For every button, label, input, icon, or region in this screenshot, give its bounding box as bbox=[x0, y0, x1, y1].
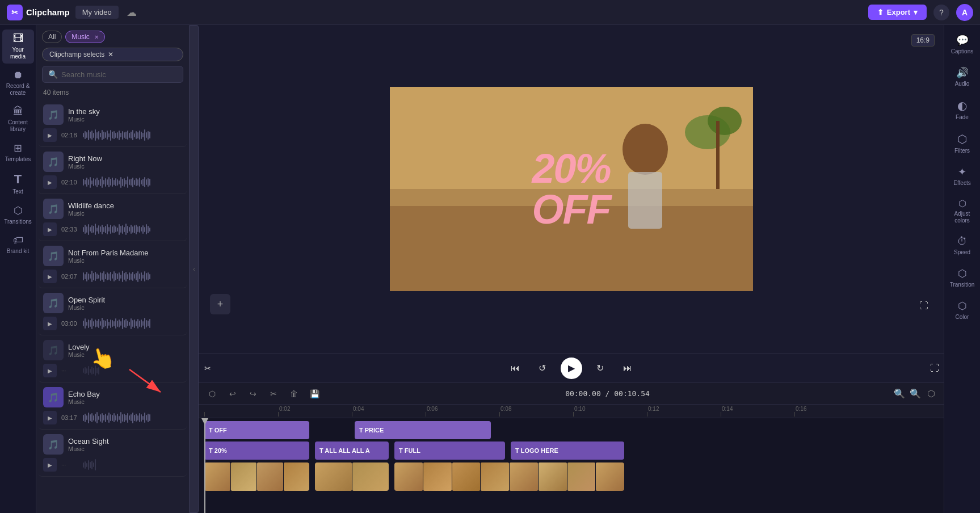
aspect-ratio-badge[interactable]: 16:9 bbox=[911, 34, 935, 47]
fit-timeline-button[interactable]: ⬡ bbox=[924, 387, 938, 401]
video-clip-1[interactable] bbox=[204, 462, 309, 491]
play-pause-button[interactable]: ▶ bbox=[561, 358, 582, 379]
filter-music[interactable]: Music ✕ bbox=[65, 31, 105, 43]
sidebar-item-templates[interactable]: ⊞ Templates bbox=[2, 138, 34, 166]
list-item[interactable]: 🎵 In the sky Music ▶ 02:18 bbox=[39, 100, 187, 147]
select-tool[interactable]: ⬡ bbox=[204, 386, 220, 402]
clip-20pct[interactable]: T 20% bbox=[204, 441, 309, 460]
video-track-row bbox=[204, 461, 944, 492]
video-preview: 20% OFF bbox=[390, 87, 753, 291]
list-item[interactable]: 🎵 Echo Bay Music ▶ 03:17 bbox=[39, 382, 187, 430]
list-item[interactable]: 🎵 Wildlife dance Music ▶ 02:33 bbox=[39, 194, 187, 241]
clipchamp-selects-filter[interactable]: Clipchamp selects ✕ bbox=[42, 48, 183, 61]
ruler-label-012: 0:12 bbox=[647, 406, 659, 412]
topbar-right: ⬆ Export ▾ ? A bbox=[868, 4, 973, 21]
right-item-adjust-colors[interactable]: ⬡ Adjustcolors bbox=[947, 194, 978, 229]
ruler-label-016: 0:16 bbox=[794, 406, 806, 412]
right-label-speed: Speed bbox=[954, 249, 970, 256]
waveform bbox=[83, 364, 182, 377]
skip-forward-button[interactable]: ⏭ bbox=[619, 359, 637, 377]
replay-5-button[interactable]: ↺ bbox=[533, 359, 552, 377]
delete-tool[interactable]: 🗑 bbox=[286, 386, 302, 402]
clip-off[interactable]: T OFF bbox=[204, 421, 309, 439]
zoom-in-button[interactable]: 🔍 bbox=[909, 387, 922, 401]
list-item[interactable]: 🎵 Ocean Sight Music ▶ ··· bbox=[39, 430, 187, 477]
list-item[interactable]: 🎵 Right Now Music ▶ 02:10 bbox=[39, 147, 187, 194]
right-item-color[interactable]: ⬡ Color bbox=[947, 295, 978, 325]
play-button[interactable]: ▶ bbox=[43, 364, 57, 377]
add-media-button[interactable]: + bbox=[210, 294, 230, 314]
music-title: Lovely bbox=[68, 343, 182, 351]
export-chevron: ▾ bbox=[914, 8, 918, 16]
list-item[interactable]: 🎵 Open Spirit Music ▶ 03:00 bbox=[39, 288, 187, 335]
play-button[interactable]: ▶ bbox=[43, 175, 57, 189]
clip-full[interactable]: T FULL bbox=[394, 441, 505, 460]
forward-5-button[interactable]: ↻ bbox=[591, 359, 609, 377]
play-button[interactable]: ▶ bbox=[43, 128, 57, 142]
avatar[interactable]: A bbox=[956, 4, 973, 21]
right-item-fade[interactable]: ◐ Fade bbox=[947, 94, 978, 125]
clip-all[interactable]: T ALL ALL ALL A bbox=[315, 441, 389, 460]
clip-label-full: T FULL bbox=[399, 447, 420, 454]
undo-button[interactable]: ↩ bbox=[225, 386, 241, 402]
right-item-audio[interactable]: 🔊 Audio bbox=[947, 62, 978, 92]
fullscreen-button[interactable]: ⛶ bbox=[915, 297, 932, 314]
list-item[interactable]: 🎵 Lovely Music ▶ ··· 👆 bbox=[39, 335, 187, 382]
playhead[interactable] bbox=[204, 418, 205, 513]
app-name: Clipchamp bbox=[26, 7, 70, 17]
music-title: Open Spirit bbox=[68, 296, 182, 304]
right-item-speed[interactable]: ⏱ Speed bbox=[947, 231, 978, 260]
music-type: Music bbox=[68, 351, 182, 358]
sidebar-item-your-media[interactable]: 🎞 Your media bbox=[2, 30, 34, 64]
video-clip-3[interactable] bbox=[394, 462, 624, 491]
play-button[interactable]: ▶ bbox=[43, 270, 57, 283]
right-label-adjust-colors: Adjustcolors bbox=[954, 211, 970, 224]
clip-label-20pct: T 20% bbox=[209, 447, 227, 454]
clipchamp-selects-close[interactable]: ✕ bbox=[108, 51, 113, 58]
app-logo[interactable]: ✂ Clipchamp bbox=[7, 5, 70, 20]
sidebar-item-content-library[interactable]: 🏛 Contentlibrary bbox=[2, 102, 34, 136]
cut-tool[interactable]: ✂ bbox=[266, 386, 281, 402]
export-button[interactable]: ⬆ Export ▾ bbox=[868, 5, 927, 20]
cloud-icon[interactable]: ☁ bbox=[127, 6, 137, 19]
video-clip-2[interactable] bbox=[315, 462, 389, 491]
filters-icon: ⬡ bbox=[957, 132, 967, 146]
crop-button[interactable]: ✂ bbox=[199, 359, 217, 377]
help-icon[interactable]: ? bbox=[933, 5, 949, 20]
play-button[interactable]: ▶ bbox=[43, 458, 57, 472]
play-button[interactable]: ▶ bbox=[43, 317, 57, 330]
ruler-label-002: 0:02 bbox=[278, 406, 290, 412]
play-button[interactable]: ▶ bbox=[43, 411, 57, 424]
sidebar-item-text[interactable]: T Text bbox=[2, 169, 34, 199]
list-item[interactable]: 🎵 Not From Paris Madame Music ▶ 02:07 bbox=[39, 241, 187, 288]
search-input[interactable] bbox=[61, 70, 177, 79]
filter-music-close[interactable]: ✕ bbox=[94, 34, 99, 40]
right-label-captions: Captions bbox=[951, 48, 973, 55]
panel-collapse-button[interactable]: ‹ bbox=[190, 25, 199, 513]
svg-point-6 bbox=[708, 107, 742, 135]
video-overlay-text: 20% OFF bbox=[532, 148, 610, 230]
redo-button[interactable]: ↪ bbox=[245, 386, 261, 402]
right-item-captions[interactable]: 💬 Captions bbox=[947, 30, 978, 60]
music-list: 🎵 In the sky Music ▶ 02:18 🎵 bbox=[36, 100, 189, 513]
play-button[interactable]: ▶ bbox=[43, 222, 57, 236]
right-item-effects[interactable]: ✦ Effects bbox=[947, 161, 978, 191]
sidebar-item-brand-kit[interactable]: 🏷 Brand kit bbox=[2, 231, 34, 258]
ruler-label-014: 0:14 bbox=[721, 406, 733, 412]
right-item-transition[interactable]: ⬡ Transition bbox=[947, 263, 978, 293]
waveform bbox=[83, 270, 182, 283]
clip-logo[interactable]: T LOGO HERE bbox=[511, 441, 624, 460]
sidebar-item-transitions[interactable]: ⬡ Transitions bbox=[2, 201, 34, 229]
skip-back-button[interactable]: ⏮ bbox=[506, 359, 524, 377]
clip-price[interactable]: T PRICE bbox=[355, 421, 491, 439]
sidebar-item-record-create[interactable]: ⏺ Record &create bbox=[2, 66, 34, 100]
fit-button[interactable]: ⛶ bbox=[926, 359, 944, 377]
waveform bbox=[83, 317, 182, 330]
svg-rect-7 bbox=[716, 121, 720, 189]
transition-icon: ⬡ bbox=[958, 267, 967, 280]
save-tool[interactable]: 💾 bbox=[306, 386, 322, 402]
video-tab[interactable]: My video bbox=[75, 6, 119, 19]
filter-all[interactable]: All bbox=[42, 31, 62, 43]
zoom-out-button[interactable]: 🔍 bbox=[893, 387, 906, 401]
right-item-filters[interactable]: ⬡ Filters bbox=[947, 128, 978, 159]
